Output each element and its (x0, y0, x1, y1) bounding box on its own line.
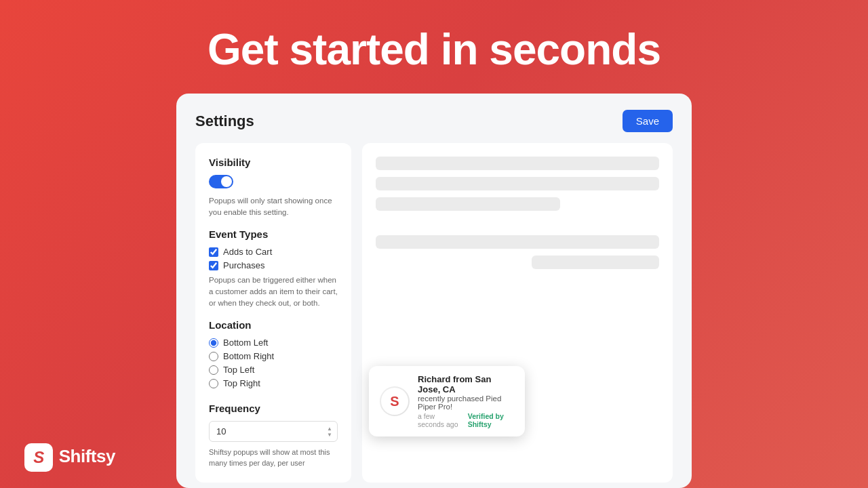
preview-panel: S Richard from San Jose, CA recently pur… (362, 143, 673, 483)
card-header: Settings Save (195, 110, 673, 132)
frequency-input-wrap: ▲ ▼ (209, 421, 338, 442)
frequency-title: Frequency (209, 403, 338, 414)
checkbox-adds-to-cart-input[interactable] (209, 247, 218, 257)
radio-top-right-label: Top Right (223, 378, 260, 388)
shiftsy-logo-letter: S (33, 448, 44, 467)
branding-name: Shiftsy (59, 446, 115, 466)
frequency-section: Frequency ▲ ▼ Shiftsy popups will show a… (209, 403, 338, 469)
spinner-up-icon[interactable]: ▲ (327, 426, 332, 431)
branding: S Shiftsy (24, 443, 115, 472)
popup-name: Richard from San Jose, CA (418, 374, 514, 394)
skeleton-rows-2 (376, 235, 659, 269)
popup-verified: Verified by Shiftsy (468, 412, 514, 428)
popup-avatar: S (380, 386, 410, 416)
skeleton-2 (376, 177, 659, 190)
radio-top-right[interactable]: Top Right (209, 378, 338, 388)
frequency-spinner[interactable]: ▲ ▼ (327, 426, 332, 437)
popup-footer: a few seconds ago Verified by Shiftsy (418, 412, 514, 428)
frequency-description: Shiftsy popups will show at most this ma… (209, 447, 338, 469)
checkbox-purchases-label: Purchases (223, 260, 264, 270)
popup-avatar-letter: S (381, 388, 408, 415)
skeleton-5 (532, 256, 659, 269)
visibility-section: Visibility Popups will only start showin… (209, 157, 338, 218)
visibility-title: Visibility (209, 157, 338, 168)
event-types-section: Event Types Adds to Cart Purchases Popup… (209, 228, 338, 308)
radio-top-left-label: Top Left (223, 365, 254, 375)
popup-time: a few seconds ago (418, 412, 462, 428)
location-section: Location Bottom Left Bottom Right Top Le… (209, 319, 338, 392)
preview-spacer (376, 218, 659, 228)
page-title: Get started in seconds (208, 24, 660, 75)
save-button[interactable]: Save (623, 110, 673, 132)
radio-bottom-left-label: Bottom Left (223, 338, 268, 348)
card-body: Visibility Popups will only start showin… (195, 143, 673, 483)
settings-card: Settings Save Visibility Popups will onl… (176, 94, 692, 488)
spinner-down-icon[interactable]: ▼ (327, 432, 332, 437)
radio-top-right-input[interactable] (209, 379, 218, 388)
event-types-description: Popups can be triggered either when a cu… (209, 274, 338, 308)
visibility-description: Popups will only start showing once you … (209, 195, 338, 218)
settings-panel: Visibility Popups will only start showin… (195, 143, 351, 483)
frequency-input[interactable] (209, 421, 338, 442)
checkbox-purchases[interactable]: Purchases (209, 260, 338, 270)
shiftsy-logo: S (24, 443, 53, 472)
skeleton-3 (376, 197, 560, 211)
visibility-toggle[interactable] (209, 175, 233, 188)
radio-top-left-input[interactable] (209, 365, 218, 375)
popup-text: Richard from San Jose, CA recently purch… (418, 374, 514, 428)
location-title: Location (209, 319, 338, 331)
radio-bottom-right-label: Bottom Right (223, 351, 274, 361)
checkbox-purchases-input[interactable] (209, 261, 218, 270)
skeleton-1 (376, 157, 659, 170)
skeleton-4 (376, 235, 659, 249)
popup-action: recently purchased Pied Piper Pro! (418, 394, 514, 411)
radio-top-left[interactable]: Top Left (209, 365, 338, 375)
checkbox-adds-to-cart-label: Adds to Cart (223, 247, 272, 257)
event-types-title: Event Types (209, 228, 338, 240)
toggle-wrap[interactable] (209, 175, 338, 191)
radio-bottom-right[interactable]: Bottom Right (209, 351, 338, 361)
popup-notification: S Richard from San Jose, CA recently pur… (369, 366, 525, 436)
skeleton-rows (376, 157, 659, 211)
radio-bottom-right-input[interactable] (209, 352, 218, 361)
checkbox-adds-to-cart[interactable]: Adds to Cart (209, 247, 338, 257)
card-title: Settings (195, 113, 254, 130)
radio-bottom-left[interactable]: Bottom Left (209, 338, 338, 348)
radio-bottom-left-input[interactable] (209, 338, 218, 348)
